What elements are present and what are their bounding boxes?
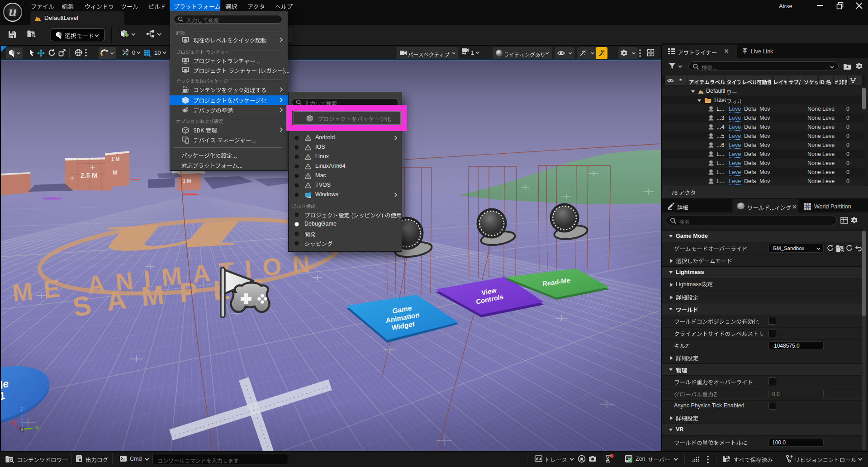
svg-text:2.5 M: 2.5 M <box>81 171 98 179</box>
svg-text:u: u <box>9 4 16 19</box>
svg-text:Z: Z <box>20 406 23 413</box>
svg-text:M: M <box>113 170 117 176</box>
svg-text:u: u <box>96 198 250 263</box>
svg-text:1 M: 1 M <box>183 178 191 184</box>
svg-text:Y: Y <box>35 425 39 432</box>
svg-text:X: X <box>12 420 15 426</box>
svg-text:1 M: 1 M <box>111 156 119 162</box>
